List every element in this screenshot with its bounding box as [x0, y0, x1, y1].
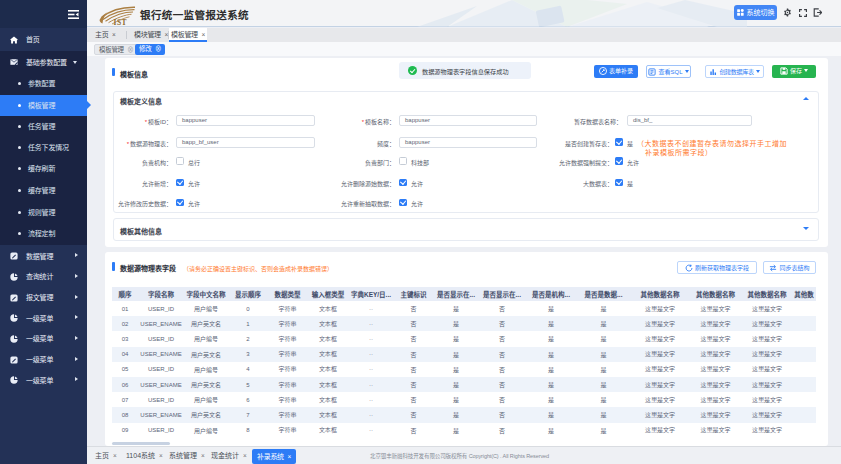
svg-text:IST: IST — [114, 18, 128, 26]
